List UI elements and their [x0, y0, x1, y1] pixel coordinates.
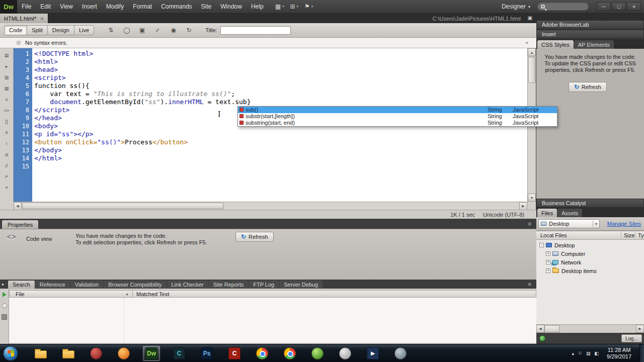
menu-site[interactable]: Site: [197, 0, 216, 13]
scroll-right-icon[interactable]: ▶: [636, 325, 644, 333]
menu-insert[interactable]: Insert: [77, 0, 102, 13]
manage-sites-link[interactable]: Manage Sites: [607, 221, 641, 227]
open-documents-icon[interactable]: ▤: [2, 52, 11, 59]
taskbar-media-player-classic[interactable]: ▶: [364, 346, 381, 361]
column-matched-text[interactable]: Matched Text: [136, 291, 169, 297]
column-size[interactable]: Size: [621, 232, 634, 238]
results-tab-site-reports[interactable]: Site Reports: [209, 281, 249, 289]
panel-insert[interactable]: Insert: [536, 30, 644, 39]
files-horizontal-scrollbar[interactable]: ◀ ▶: [536, 324, 644, 333]
taskbar-chrome-1[interactable]: [254, 346, 271, 361]
hidden-icons-arrow[interactable]: ▴: [572, 351, 574, 356]
taskbar-captivate[interactable]: C: [171, 346, 188, 361]
taskbar-firefox[interactable]: [115, 346, 132, 361]
results-tab-link-checker[interactable]: Link Checker: [167, 281, 208, 289]
code-hint-item[interactable]: substring(start, end)StringJavaScript: [238, 120, 557, 126]
minimize-button[interactable]: ─: [597, 2, 611, 11]
run-search-icon[interactable]: [3, 292, 7, 297]
scroll-thumb[interactable]: [544, 325, 559, 332]
tree-item-desktop[interactable]: −Desktop: [536, 241, 644, 249]
collapse-box-icon[interactable]: −: [539, 243, 544, 247]
css-refresh-button[interactable]: ↻ Refresh: [569, 82, 607, 92]
volume-icon[interactable]: ◧: [595, 351, 599, 356]
view-button-design[interactable]: Design: [47, 25, 74, 35]
menu-view[interactable]: View: [55, 0, 77, 13]
scroll-down-icon[interactable]: ▼: [528, 194, 536, 202]
select-parent-tag-icon[interactable]: <>: [2, 107, 11, 114]
line-numbers-icon[interactable]: #: [2, 129, 11, 136]
syntax-error-alerts-icon[interactable]: ⊘: [2, 151, 11, 158]
vertical-scroll-thumb[interactable]: [528, 57, 535, 83]
title-input[interactable]: [220, 26, 291, 35]
panel-menu-icon[interactable]: ≡: [528, 221, 531, 227]
extend-dreamweaver-icon[interactable]: ⊞▾: [290, 3, 298, 10]
taskbar-gray-sphere-app[interactable]: [337, 346, 354, 361]
view-button-live[interactable]: Live: [74, 25, 94, 35]
menu-window[interactable]: Window: [216, 0, 247, 13]
scroll-left-icon[interactable]: ◀: [536, 325, 544, 333]
collapse-full-tag-icon[interactable]: ▥: [2, 74, 11, 81]
taskbar-windows-explorer[interactable]: [32, 346, 49, 361]
show-desktop-button[interactable]: [639, 344, 644, 362]
expand-box-icon[interactable]: +: [546, 260, 550, 264]
menu-help[interactable]: Help: [247, 0, 268, 13]
taskbar-aimp-player[interactable]: [88, 346, 105, 361]
taskbar-photoshop[interactable]: Ps: [198, 346, 215, 361]
column-file[interactable]: File: [16, 291, 25, 297]
column-type[interactable]: Typ: [635, 232, 644, 238]
visual-aids-icon[interactable]: ◉: [168, 26, 179, 35]
w3c-validation-icon[interactable]: ✓: [152, 26, 163, 35]
maximize-button[interactable]: □: [612, 2, 626, 11]
column-local-files[interactable]: Local Files: [540, 232, 567, 238]
network-icon[interactable]: ▤: [586, 351, 591, 356]
refresh-button[interactable]: ↻ Refresh: [235, 232, 274, 242]
layout-switcher-icon[interactable]: ▦▾: [275, 3, 284, 10]
tab-close-icon[interactable]: ×: [40, 16, 43, 22]
menu-file[interactable]: File: [17, 0, 36, 13]
workspace-switcher[interactable]: Designer ▾: [502, 3, 530, 10]
highlight-invalid-code-icon[interactable]: !: [2, 140, 11, 147]
tab-ap-elements[interactable]: AP Elements: [574, 40, 614, 49]
menu-modify[interactable]: Modify: [102, 0, 128, 13]
results-menu-icon[interactable]: ≡: [528, 281, 531, 287]
taskbar-settings-app[interactable]: [392, 346, 409, 361]
app-search-input[interactable]: [537, 3, 589, 11]
taskbar-clock[interactable]: 11:28 AM 9/29/2017: [607, 347, 631, 360]
taskbar-green-sphere-app[interactable]: [309, 346, 326, 361]
menu-commands[interactable]: Commands: [156, 0, 196, 13]
connection-status-icon[interactable]: [539, 335, 545, 341]
tab-assets[interactable]: Assets: [557, 209, 582, 217]
action-center-icon[interactable]: ⚐: [578, 351, 582, 356]
panel-business-catalyst[interactable]: Business Catalyst: [536, 199, 644, 208]
taskbar-dreamweaver[interactable]: Dw: [143, 346, 160, 361]
tab-css-styles[interactable]: CSS Styles: [537, 40, 574, 49]
taskbar-chrome-2[interactable]: [281, 346, 298, 361]
tree-item-desktop-items[interactable]: +Desktop items: [536, 266, 644, 275]
results-tab-validation[interactable]: Validation: [70, 281, 104, 289]
panel-adobe-browserlab[interactable]: Adobe BrowserLab: [536, 20, 644, 29]
horizontal-scroll-thumb[interactable]: [22, 203, 223, 209]
preview-in-browser-icon[interactable]: ◯: [121, 26, 132, 35]
apply-comment-icon[interactable]: //: [2, 162, 11, 169]
balance-braces-icon[interactable]: {}: [2, 118, 11, 125]
taskbar-red-c-app[interactable]: C: [226, 346, 243, 361]
results-tab-ftp-log[interactable]: FTP Log: [249, 281, 279, 289]
scroll-left-icon[interactable]: ◀: [14, 202, 22, 210]
results-tab-search[interactable]: Search: [8, 281, 35, 289]
more-options-chevron[interactable]: »: [5, 185, 8, 190]
scroll-up-icon[interactable]: ▲: [528, 48, 536, 56]
code-hint-item[interactable]: sub()StringJavaScript: [238, 107, 557, 113]
show-code-navigator-icon[interactable]: ▸: [2, 63, 11, 70]
panel-expander-icon[interactable]: ▸: [2, 282, 5, 287]
site-dropdown[interactable]: Desktop ▾: [538, 219, 600, 228]
code-hint-item[interactable]: substr(start,[length])StringJavaScript: [238, 113, 557, 120]
tab-files[interactable]: Files: [537, 209, 557, 217]
refresh-design-view-icon[interactable]: ↻: [184, 26, 194, 35]
stop-icon[interactable]: [2, 303, 7, 308]
multiscreen-preview-icon[interactable]: ▣: [137, 26, 147, 35]
tab-properties[interactable]: Properties: [2, 220, 38, 229]
remove-comment-icon[interactable]: /*: [2, 173, 11, 180]
site-setup-icon[interactable]: ⚑▾: [304, 3, 313, 10]
menu-format[interactable]: Format: [128, 0, 156, 13]
results-tab-browser-compatibility[interactable]: Browser Compatibility: [104, 281, 166, 289]
